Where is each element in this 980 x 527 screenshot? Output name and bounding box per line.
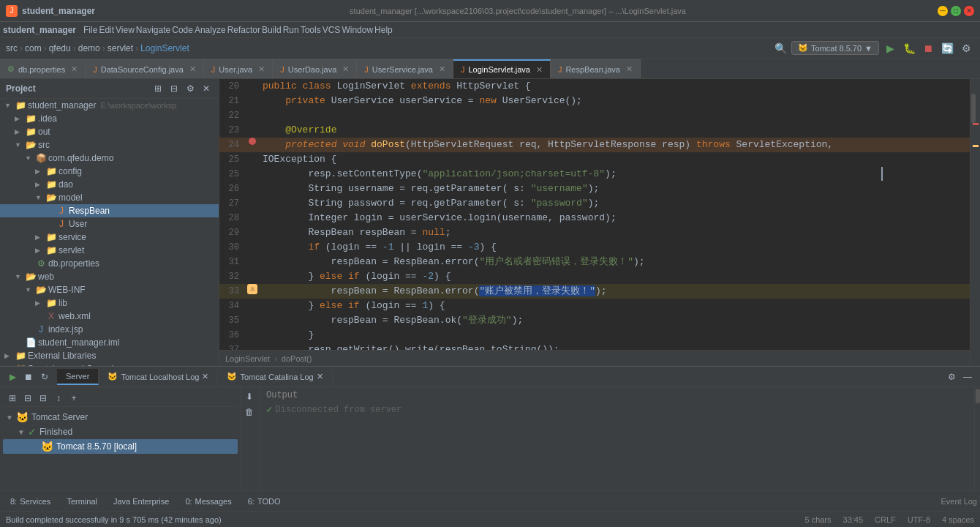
tree-item-dao[interactable]: ▶ 📁 dao [0,178,219,191]
tab-userdao[interactable]: J UserDao.java ✕ [273,59,357,78]
event-log[interactable]: Event Log [941,497,977,506]
tab-userservice[interactable]: J UserService.java ✕ [357,59,453,78]
sidebar-expand-icon[interactable]: ⊞ [151,82,165,95]
tree-item-com-qfedu[interactable]: ▼ 📦 com.qfedu.demo [0,152,219,165]
bottom-tab-server[interactable]: Server [57,369,99,385]
tree-item-indexjsp[interactable]: J index.jsp [0,323,219,336]
reload-button[interactable]: 🔄 [939,40,955,56]
breadcrumb-src: src [6,43,18,53]
bottom-tab-localhost-log[interactable]: 🐱 Tomcat Localhost Log ✕ [99,369,218,385]
menu-file[interactable]: File [83,25,97,35]
run-button[interactable]: ▶ [882,40,898,56]
menu-code[interactable]: Code [172,25,193,35]
tab-loginservlet[interactable]: J LoginServlet.java ✕ [453,59,551,78]
tab-user[interactable]: J User.java ✕ [204,59,273,78]
tab-close[interactable]: ✕ [202,372,208,381]
settings-icon[interactable]: ⚙ [958,40,974,56]
tab-close-datasource[interactable]: ✕ [189,64,196,74]
bottom-tab-catalina-log[interactable]: 🐱 Tomcat Catalina Log ✕ [218,369,332,385]
tab-close-userdao[interactable]: ✕ [342,64,349,74]
scroll-to-end-icon[interactable]: ⬇ [243,390,256,403]
collapse-icon[interactable]: ⊟ [21,392,34,405]
svc-item-tomcat-server[interactable]: ▼ 🐱 Tomcat Server [3,410,238,425]
folder-icon: 📁 [45,245,57,255]
stop-service-icon[interactable]: ⏹ [22,370,35,384]
bst-tab-services[interactable]: 8: Services [3,495,58,508]
tab-respbean[interactable]: J RespBean.java ✕ [551,59,641,78]
tree-item-respbean[interactable]: J RespBean [0,204,219,217]
tree-item-db-properties[interactable]: ⚙ db.properties [0,257,219,270]
tree-item-model[interactable]: ▼ 📂 model [0,191,219,204]
tree-item-servlet[interactable]: ▶ 📁 servlet [0,244,219,257]
menu-run[interactable]: Run [283,25,299,35]
sidebar-settings-icon[interactable]: ⚙ [184,82,197,95]
tree-item-student-manager[interactable]: ▼ 📁 student_manager E:\workspace\worksp [0,99,219,112]
tree-item-lib[interactable]: ▶ 📁 lib [0,296,219,310]
menu-refactor[interactable]: Refactor [227,25,260,35]
sidebar-close-icon[interactable]: ✕ [200,82,213,95]
close-button[interactable]: ✕ [964,6,974,16]
vertical-scrollbar[interactable] [970,79,980,366]
filter-icon[interactable]: ⊟ [37,392,50,405]
minimize-panel-icon[interactable]: — [961,370,974,384]
tree-item-webxml[interactable]: X web.xml [0,310,219,323]
line-code: } else if (login == 1) { [260,299,970,313]
tree-item-service[interactable]: ▶ 📁 service [0,231,219,244]
restart-service-icon[interactable]: ↻ [38,370,51,384]
bst-tab-java-enterprise[interactable]: Java Enterprise [106,495,176,508]
run-service-icon[interactable]: ▶ [6,370,19,384]
bst-tab-messages[interactable]: 0: Messages [178,495,238,508]
menu-tools[interactable]: Tools [301,25,321,35]
tree-item-web[interactable]: ▼ 📂 web [0,270,219,283]
tab-close-respbean[interactable]: ✕ [626,64,633,74]
menu-window[interactable]: Window [342,25,373,35]
menu-help[interactable]: Help [374,25,393,35]
tree-item-user[interactable]: J User [0,217,219,231]
tree-item-scratches[interactable]: ▶ 📁 Scratches and Consoles [0,362,219,366]
tree-item-idea[interactable]: ▶ 📁 .idea [0,112,219,125]
tab-db-properties[interactable]: ⚙ db.properties ✕ [0,59,86,78]
menu-navigate[interactable]: Navigate [136,25,170,35]
bst-tab-terminal[interactable]: Terminal [59,495,105,508]
scrollbar-thumb[interactable] [971,94,976,123]
bst-tab-todo[interactable]: 6: TODO [241,495,288,508]
breadcrumb-loginservlet[interactable]: LoginServlet [140,43,189,53]
expand-icon[interactable]: ⊞ [6,392,19,405]
svc-item-finished[interactable]: ▼ ✓ Finished [3,425,238,439]
menu-view[interactable]: View [116,25,135,35]
tree-item-out[interactable]: ▶ 📁 out [0,125,219,138]
output-scrollbar-thumb[interactable] [976,389,980,403]
debug-button[interactable]: 🐛 [901,40,917,56]
settings-icon[interactable]: ⚙ [945,370,958,384]
menu-analyze[interactable]: Analyze [195,25,226,35]
code-editor[interactable]: 20 public class LoginServlet extends Htt… [219,79,970,350]
tree-item-webinf[interactable]: ▼ 📂 WEB-INF [0,283,219,296]
menu-build[interactable]: Build [262,25,282,35]
add-icon[interactable]: + [67,392,80,405]
sort-icon[interactable]: ↕ [52,392,65,405]
tab-close-loginservlet[interactable]: ✕ [536,65,543,75]
tab-close-user[interactable]: ✕ [258,64,265,74]
output-scrollbar[interactable] [974,387,980,490]
tab-close-db[interactable]: ✕ [71,64,78,74]
tomcat-button[interactable]: 🐱 Tomcat 8.5.70 ▼ [791,41,879,55]
svc-item-tomcat-instance[interactable]: 🐱 Tomcat 8.5.70 [local] [3,439,238,454]
menu-vcs[interactable]: VCS [323,25,341,35]
search-icon[interactable]: 🔍 [772,40,788,56]
tree-item-config[interactable]: ▶ 📁 config [0,165,219,178]
stop-button[interactable]: ⏹ [920,40,936,56]
tree-item-external-libraries[interactable]: ▶ 📁 External Libraries [0,349,219,362]
tree-item-src[interactable]: ▼ 📂 src [0,138,219,152]
clear-icon[interactable]: 🗑 [243,405,256,419]
bottom-panel: ▶ ⏹ ↻ Server 🐱 Tomcat Localhost Log ✕ 🐱 … [0,366,980,490]
menu-edit[interactable]: Edit [99,25,114,35]
tab-datasource[interactable]: J DataSourceConfig.java ✕ [86,59,204,78]
tab-close[interactable]: ✕ [317,372,323,381]
tree-item-iml[interactable]: 📄 student_manager.iml [0,336,219,349]
sidebar-collapse-icon[interactable]: ⊟ [167,82,181,95]
maximize-button[interactable]: □ [951,6,961,16]
minimize-button[interactable]: ─ [938,6,948,16]
breakpoint-indicator[interactable] [249,138,256,145]
line-code: protected void doPost(HttpServletRequest… [260,138,970,152]
tab-close-userservice[interactable]: ✕ [439,64,445,74]
